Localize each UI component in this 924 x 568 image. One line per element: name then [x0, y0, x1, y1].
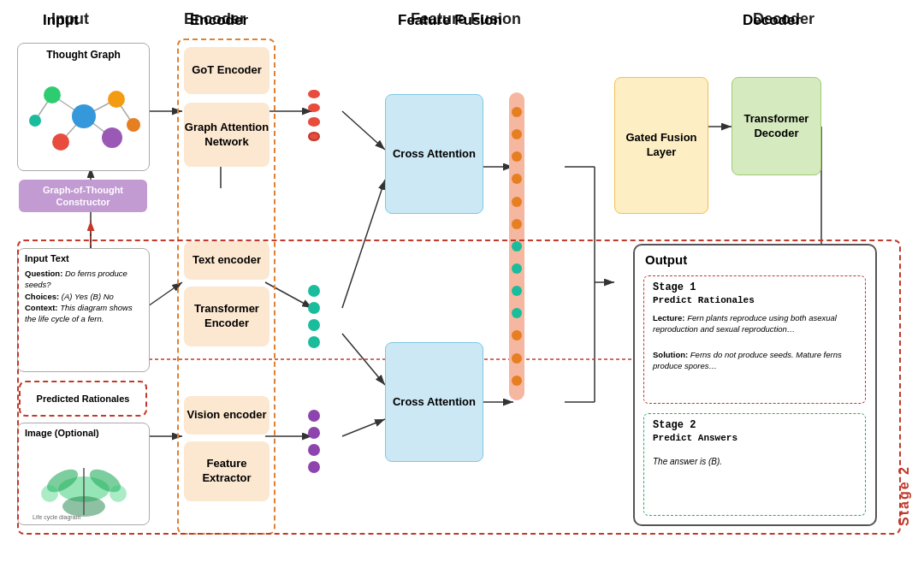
stage2-box: Stage 2 Predict Answers The answer is (B… — [643, 413, 866, 516]
predicted-rationales-box: Predicted Rationales — [19, 381, 147, 417]
image-optional-title: Image (Optional) — [25, 428, 99, 438]
stage2-answer: The answer is (B). — [653, 457, 722, 466]
main-diagram: Input Encoder Feature Fusion Decoder Tho… — [0, 0, 924, 568]
dot-red-4 — [308, 132, 320, 141]
stage1-lecture: Lecture: Fern plants reproduce using bot… — [653, 312, 858, 335]
salmon-dot-6 — [512, 219, 522, 229]
dot-column-bottom — [308, 409, 320, 473]
gated-fusion-box: Gated Fusion Layer — [614, 77, 708, 214]
stage2-subtitle: Predict Answers — [653, 433, 737, 443]
svg-line-10 — [342, 111, 385, 150]
feature-fusion-header-text: Feature Fusion — [398, 12, 502, 29]
stage2-title: Stage 2 — [653, 419, 696, 431]
svg-point-35 — [52, 133, 69, 151]
vision-encoder-box: Vision encoder — [184, 396, 270, 435]
dot-red-2 — [308, 104, 320, 112]
svg-point-36 — [102, 127, 122, 148]
stage1-title: Stage 1 — [653, 281, 696, 293]
thought-graph-box: Thought Graph — [17, 43, 150, 171]
stage1-solution: Solution: Ferns do not produce seeds. Ma… — [653, 349, 858, 372]
salmon-dot-10 — [512, 308, 522, 318]
dot-column-top — [308, 90, 320, 141]
svg-line-12 — [342, 334, 385, 385]
cross-attention-top: Cross Attention — [385, 94, 483, 214]
dot-teal-1 — [308, 285, 320, 297]
dot-purple-2 — [308, 427, 320, 439]
salmon-dot-9 — [512, 286, 522, 296]
cross-attention-bottom: Cross Attention — [385, 342, 483, 462]
feature-extractor-box: Feature Extractor — [184, 441, 270, 501]
text-encoder-box: Text encoder — [184, 241, 270, 280]
dot-purple-1 — [308, 410, 320, 422]
output-title: Output — [645, 252, 687, 267]
svg-point-38 — [127, 118, 140, 132]
input-text-box: Input Text Question: Do ferns produce se… — [17, 248, 150, 372]
salmon-dot-7 — [512, 241, 522, 251]
transformer-decoder-box: Transformer Decoder — [732, 77, 821, 175]
thought-graph-title: Thought Graph — [18, 49, 149, 61]
input-text-content: Question: Do ferns produce seeds? Choice… — [25, 268, 144, 324]
svg-point-34 — [108, 91, 125, 108]
graph-attention-box: Graph Attention Network — [184, 103, 270, 167]
input-text-title: Input Text — [25, 253, 69, 263]
dot-teal-2 — [308, 302, 320, 314]
salmon-dot-11 — [512, 330, 522, 340]
salmon-dot-12 — [512, 353, 522, 364]
svg-line-13 — [342, 419, 385, 436]
svg-point-37 — [29, 115, 41, 127]
got-constructor-box: Graph-of-Thought Constructor — [19, 180, 147, 212]
input-header-text: Input — [43, 12, 79, 29]
svg-point-32 — [72, 104, 96, 128]
svg-point-33 — [44, 86, 61, 104]
got-encoder-box: GoT Encoder — [184, 47, 270, 94]
svg-text:Life cycle diagram: Life cycle diagram — [33, 514, 81, 521]
dot-teal-3 — [308, 319, 320, 331]
image-optional-box: Image (Optional) Life cycle diagram — [17, 423, 150, 525]
svg-line-11 — [342, 180, 385, 308]
salmon-dot-5 — [512, 197, 522, 207]
salmon-dot-8 — [512, 263, 522, 274]
transformer-encoder-box: Transformer Encoder — [184, 287, 270, 346]
decoder-header-text: Decoder — [743, 12, 801, 29]
stage1-box: Stage 1 Predict Rationales Lecture: Fern… — [643, 275, 866, 404]
stage1-subtitle: Predict Rationales — [653, 295, 755, 305]
salmon-dot-2 — [512, 129, 522, 139]
salmon-dot-4 — [512, 174, 522, 184]
encoder-header-text: Encoder — [190, 12, 248, 29]
dot-column-middle — [308, 282, 320, 351]
svg-point-43 — [41, 485, 58, 502]
dot-purple-4 — [308, 461, 320, 473]
svg-point-44 — [110, 485, 127, 502]
salmon-dot-13 — [512, 376, 522, 386]
dot-red-3 — [308, 117, 320, 126]
salmon-dot-3 — [512, 151, 522, 162]
dot-teal-4 — [308, 336, 320, 348]
dot-red-1 — [308, 90, 320, 98]
output-box: Output Stage 1 Predict Rationales Lectur… — [633, 244, 877, 526]
salmon-dot-1 — [512, 107, 522, 117]
stage2-side-label: Stage 2 — [897, 248, 912, 526]
dot-purple-3 — [308, 444, 320, 456]
salmon-column-combined — [509, 92, 524, 400]
